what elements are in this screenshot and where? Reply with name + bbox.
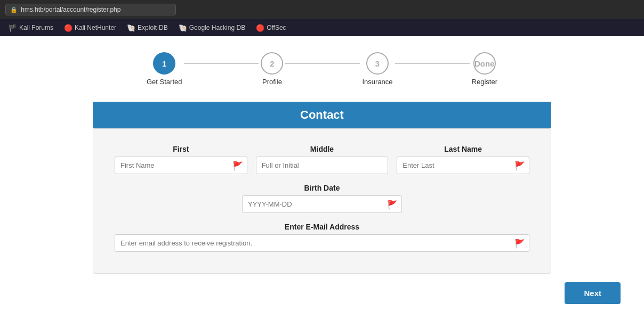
- first-name-label: First: [115, 145, 247, 153]
- bookmark-kali-forums[interactable]: 🏴 Kali Forums: [4, 23, 58, 33]
- email-input-wrapper: 🚩: [115, 234, 529, 252]
- birth-date-input-wrapper: 🚩: [242, 195, 402, 213]
- step-2-label: Profile: [262, 78, 282, 86]
- birth-date-group: Birth Date 🚩: [242, 184, 402, 213]
- step-3-number: 3: [375, 59, 380, 68]
- last-name-input-wrapper: 🚩: [397, 157, 529, 174]
- bookmark-kali-nethunter[interactable]: 🔴 Kali NetHunter: [60, 23, 120, 33]
- contact-title: Contact: [300, 108, 344, 121]
- contact-header: Contact: [93, 102, 551, 128]
- step-done-label: Register: [472, 78, 497, 86]
- email-group: Enter E-Mail Address 🚩: [115, 223, 529, 252]
- step-done: Done Register: [472, 52, 497, 86]
- page-content: 1 Get Started 2 Profile 3 Insurance Done…: [0, 36, 644, 336]
- step-done-circle: Done: [473, 52, 496, 75]
- stepper: 1 Get Started 2 Profile 3 Insurance Done…: [11, 52, 633, 86]
- step-3: 3 Insurance: [362, 52, 392, 86]
- kali-forums-label: Kali Forums: [19, 24, 53, 31]
- middle-name-input[interactable]: [256, 157, 389, 174]
- google-hacking-db-label: Google Hacking DB: [189, 24, 245, 31]
- offsec-label: OffSec: [267, 24, 286, 31]
- exploit-db-icon: 🐚: [127, 24, 135, 32]
- last-name-group: Last Name 🚩: [397, 145, 529, 174]
- bookmark-offsec[interactable]: 🔴 OffSec: [252, 23, 290, 33]
- kali-forums-icon: 🏴: [9, 24, 17, 32]
- first-name-group: First 🚩: [115, 145, 247, 174]
- step-3-label: Insurance: [362, 78, 392, 86]
- step-line-3: [395, 63, 470, 64]
- step-2-circle: 2: [261, 52, 283, 75]
- offsec-icon: 🔴: [256, 24, 264, 32]
- first-name-input[interactable]: [115, 157, 247, 174]
- email-label: Enter E-Mail Address: [115, 223, 529, 231]
- main-wrapper: Contact First 🚩 Middle: [93, 102, 551, 274]
- step-2: 2 Profile: [261, 52, 283, 86]
- email-input[interactable]: [115, 234, 529, 252]
- step-1-label: Get Started: [147, 78, 182, 86]
- middle-name-input-wrapper: [256, 157, 389, 174]
- last-name-label: Last Name: [397, 145, 529, 153]
- bookmarks-bar: 🏴 Kali Forums 🔴 Kali NetHunter 🐚 Exploit…: [0, 19, 644, 36]
- exploit-db-label: Exploit-DB: [138, 24, 168, 31]
- lock-icon: 🔒: [10, 6, 18, 13]
- bookmark-google-hacking-db[interactable]: 🐚 Google Hacking DB: [174, 23, 249, 33]
- browser-bar: 🔒 hms.htb/portal/account/register.php: [0, 0, 644, 19]
- address-text: hms.htb/portal/account/register.php: [21, 6, 120, 13]
- birth-date-input[interactable]: [242, 195, 402, 213]
- first-name-input-wrapper: 🚩: [115, 157, 247, 174]
- address-bar[interactable]: 🔒 hms.htb/portal/account/register.php: [5, 4, 176, 15]
- kali-nethunter-icon: 🔴: [64, 24, 73, 32]
- birth-date-row: Birth Date 🚩: [115, 184, 529, 213]
- kali-nethunter-label: Kali NetHunter: [75, 24, 116, 31]
- step-3-circle: 3: [366, 52, 389, 75]
- bookmark-exploit-db[interactable]: 🐚 Exploit-DB: [123, 23, 172, 33]
- step-1-number: 1: [162, 59, 166, 68]
- step-2-number: 2: [270, 59, 274, 68]
- form-container: First 🚩 Middle Last Name: [93, 128, 551, 274]
- step-1-circle: 1: [153, 52, 175, 75]
- step-line-1: [184, 63, 259, 64]
- step-line-2: [285, 63, 360, 64]
- middle-name-group: Middle: [256, 145, 389, 174]
- birth-date-label: Birth Date: [304, 184, 340, 192]
- next-button[interactable]: Next: [565, 282, 621, 304]
- button-container: Next: [13, 274, 631, 309]
- middle-name-label: Middle: [256, 145, 389, 153]
- last-name-input[interactable]: [397, 157, 529, 174]
- email-row: Enter E-Mail Address 🚩: [115, 223, 529, 252]
- step-done-number: Done: [474, 59, 495, 68]
- step-1: 1 Get Started: [147, 52, 182, 86]
- name-row: First 🚩 Middle Last Name: [115, 145, 529, 174]
- google-hacking-db-icon: 🐚: [179, 24, 187, 32]
